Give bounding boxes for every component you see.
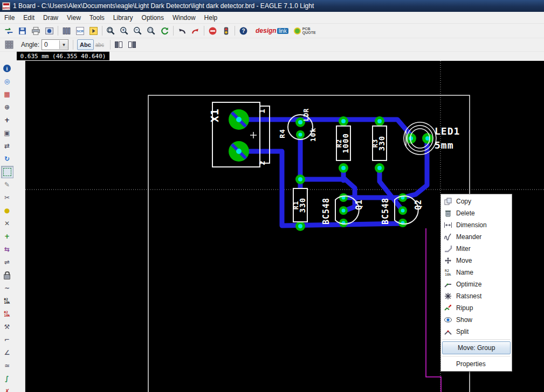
redo-button[interactable] — [189, 24, 202, 37]
tool-cut[interactable]: ✂ — [1, 192, 13, 204]
tool-optimize[interactable]: ≃ — [1, 360, 13, 372]
tool-add[interactable]: + — [1, 230, 13, 243]
pcb-quote-logo[interactable]: PCB QUOTE — [294, 27, 316, 34]
component-r1[interactable]: R1 330 — [292, 188, 307, 222]
tool-ripup[interactable]: ✗ — [1, 386, 13, 392]
menu-file[interactable]: File — [0, 12, 19, 23]
tool-info[interactable]: i — [1, 62, 13, 75]
abc-label: Abc — [80, 41, 91, 48]
save-button[interactable] — [16, 24, 29, 37]
tool-mark[interactable]: ⊕ — [1, 101, 13, 114]
tool-group[interactable] — [1, 166, 13, 178]
tool-delete[interactable]: ✕ — [1, 218, 13, 230]
menu-item-name[interactable]: R210kName — [441, 267, 512, 278]
chevron-down-icon[interactable]: ▼ — [59, 40, 68, 49]
tool-split[interactable]: ∠ — [1, 347, 13, 359]
menu-item-optimize[interactable]: Optimize — [441, 278, 512, 290]
pad-x1-2[interactable] — [229, 141, 249, 162]
traffic-light-button[interactable] — [219, 24, 233, 37]
menu-library[interactable]: Library — [109, 12, 137, 23]
add-icon: + — [4, 233, 10, 240]
menu-item-properties[interactable]: Properties — [441, 358, 512, 370]
menu-item-show[interactable]: Show — [441, 314, 512, 326]
pad[interactable] — [422, 133, 433, 144]
menu-item-label: Name — [456, 269, 473, 276]
selection-layer-line[interactable] — [426, 228, 441, 392]
via-pad[interactable] — [295, 174, 305, 184]
pad[interactable] — [295, 221, 305, 231]
tool-pinswap[interactable]: ⇆ — [1, 243, 13, 256]
menu-window[interactable]: Window — [168, 12, 200, 23]
stop-button[interactable] — [206, 24, 219, 37]
tool-copy[interactable]: ▣ — [1, 127, 13, 139]
tool-meander[interactable]: ~ — [1, 282, 13, 295]
menu-item-dimension[interactable]: Dimension — [441, 219, 512, 231]
tool-show[interactable]: ◎ — [1, 75, 13, 88]
text-hidden-button[interactable]: abc — [94, 40, 106, 50]
menu-view[interactable]: View — [63, 12, 85, 23]
menu-options[interactable]: Options — [137, 12, 168, 23]
menu-item-meander[interactable]: Meander — [441, 231, 512, 243]
menu-item-move-group[interactable]: Move: Group — [442, 341, 511, 354]
undo-button[interactable] — [175, 24, 189, 37]
tool-paste[interactable]: ● — [1, 205, 13, 217]
menu-item-ratsnest[interactable]: Ratsnest — [441, 290, 512, 302]
tool-smash[interactable]: ⚒ — [1, 321, 13, 333]
split-pane-left-button[interactable] — [112, 38, 126, 51]
pad[interactable] — [339, 193, 348, 202]
menu-item-ripup[interactable]: Ripup — [441, 302, 512, 314]
script-button[interactable]: SCR — [73, 24, 87, 37]
help-button[interactable]: ? — [237, 24, 250, 37]
cam-processor-button[interactable] — [43, 24, 56, 37]
pad[interactable] — [296, 130, 305, 139]
tool-route[interactable]: ∫ — [1, 373, 13, 385]
pad[interactable] — [398, 193, 407, 202]
switch-editor-button[interactable] — [2, 24, 16, 37]
tool-name[interactable]: R2 10k — [1, 295, 13, 307]
pad[interactable] — [339, 116, 348, 126]
tool-change[interactable]: ✎ — [1, 179, 13, 191]
design-link-logo[interactable]: design link — [256, 27, 288, 34]
zoom-fit-button[interactable] — [104, 24, 118, 37]
menu-item-delete[interactable]: Delete — [441, 207, 512, 219]
component-r2[interactable]: R2 1000 — [335, 126, 350, 160]
tool-mirror[interactable]: ⇄ — [1, 140, 13, 152]
text-visible-button[interactable]: Abc — [77, 39, 94, 50]
zoom-in-button[interactable]: + — [118, 24, 131, 37]
pad[interactable] — [339, 206, 348, 215]
delete-icon — [444, 209, 452, 218]
tool-value[interactable]: R2 10k — [1, 308, 13, 320]
zoom-redraw-button[interactable] — [158, 24, 171, 37]
split-pane-right-button[interactable] — [126, 38, 139, 51]
pad[interactable] — [375, 116, 384, 126]
menu-draw[interactable]: Draw — [39, 12, 63, 23]
pad[interactable] — [375, 163, 384, 173]
pcb-quote-text1: PCB — [302, 27, 316, 31]
menu-item-move[interactable]: Move — [441, 255, 512, 267]
print-button[interactable] — [29, 24, 43, 37]
menu-item-miter[interactable]: Miter — [441, 243, 512, 255]
tool-lock[interactable] — [1, 269, 13, 282]
menu-edit[interactable]: Edit — [19, 12, 39, 23]
tool-replace[interactable]: ⇌ — [1, 256, 13, 269]
paste-icon: ● — [4, 207, 10, 214]
pad[interactable] — [398, 206, 407, 215]
angle-combobox[interactable]: 0 ▼ — [42, 39, 68, 50]
component-r3[interactable]: R3 330 — [371, 126, 387, 160]
tool-move[interactable]: + — [1, 114, 13, 127]
menu-item-split[interactable]: Split — [441, 326, 512, 338]
zoom-select-button[interactable] — [144, 24, 158, 37]
tool-rotate[interactable]: ↻ — [1, 153, 13, 165]
run-ulp-button[interactable] — [87, 24, 100, 37]
menu-item-copy[interactable]: Copy — [441, 195, 512, 207]
pad-x1-1[interactable] — [229, 109, 249, 130]
grid-button[interactable] — [2, 38, 16, 51]
tool-display[interactable]: ▦ — [1, 88, 13, 101]
tool-miter[interactable]: ⌐ — [1, 334, 13, 346]
menu-help[interactable]: Help — [200, 12, 222, 23]
menu-tools[interactable]: Tools — [85, 12, 109, 23]
zoom-out-button[interactable]: − — [131, 24, 144, 37]
pad[interactable] — [339, 163, 348, 173]
zoom-out-icon: − — [133, 26, 142, 36]
sheet-list-button[interactable] — [60, 24, 73, 37]
